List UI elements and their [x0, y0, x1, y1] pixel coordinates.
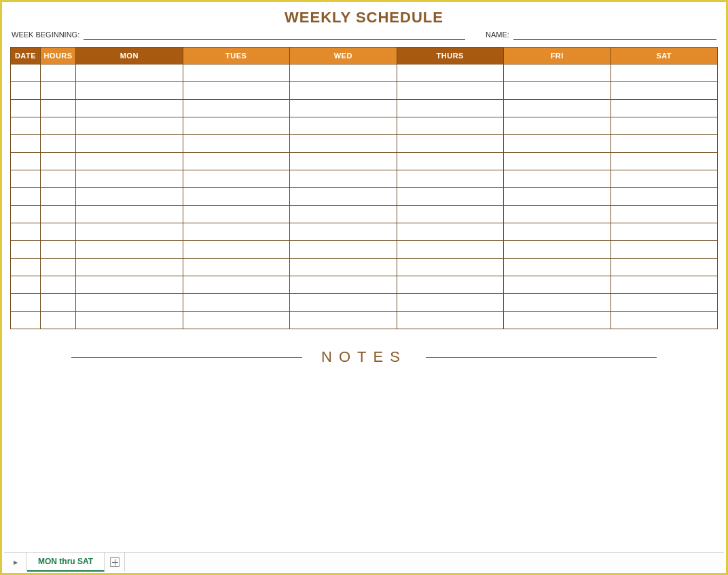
cell[interactable] [11, 170, 41, 188]
cell[interactable] [290, 82, 397, 100]
cell[interactable] [290, 117, 397, 135]
cell[interactable] [41, 188, 76, 206]
cell[interactable] [397, 294, 504, 312]
cell[interactable] [41, 259, 76, 276]
cell[interactable] [41, 135, 76, 153]
cell[interactable] [11, 241, 41, 259]
cell[interactable] [183, 259, 290, 276]
cell[interactable] [397, 170, 504, 188]
cell[interactable] [290, 206, 397, 223]
cell[interactable] [504, 223, 611, 241]
cell[interactable] [504, 153, 611, 170]
cell[interactable] [41, 117, 76, 135]
tab-scroll-button[interactable]: ▸ [4, 553, 27, 571]
cell[interactable] [11, 312, 41, 329]
cell[interactable] [290, 188, 397, 206]
cell[interactable] [41, 153, 76, 170]
cell[interactable] [41, 241, 76, 259]
cell[interactable] [41, 206, 76, 223]
cell[interactable] [11, 135, 41, 153]
cell[interactable] [290, 259, 397, 276]
cell[interactable] [11, 223, 41, 241]
cell[interactable] [397, 206, 504, 223]
cell[interactable] [76, 188, 183, 206]
cell[interactable] [41, 64, 76, 82]
cell[interactable] [611, 135, 718, 153]
cell[interactable] [504, 135, 611, 153]
cell[interactable] [11, 206, 41, 223]
cell[interactable] [504, 312, 611, 329]
cell[interactable] [183, 206, 290, 223]
cell[interactable] [76, 153, 183, 170]
cell[interactable] [11, 64, 41, 82]
cell[interactable] [76, 294, 183, 312]
cell[interactable] [41, 100, 76, 117]
cell[interactable] [611, 82, 718, 100]
cell[interactable] [290, 135, 397, 153]
cell[interactable] [611, 259, 718, 276]
cell[interactable] [504, 170, 611, 188]
cell[interactable] [397, 223, 504, 241]
cell[interactable] [183, 294, 290, 312]
cell[interactable] [11, 276, 41, 294]
cell[interactable] [41, 170, 76, 188]
cell[interactable] [11, 294, 41, 312]
cell[interactable] [183, 188, 290, 206]
cell[interactable] [183, 170, 290, 188]
cell[interactable] [397, 82, 504, 100]
cell[interactable] [504, 188, 611, 206]
cell[interactable] [290, 170, 397, 188]
cell[interactable] [183, 100, 290, 117]
name-input-line[interactable] [513, 31, 716, 40]
cell[interactable] [504, 206, 611, 223]
cell[interactable] [76, 135, 183, 153]
cell[interactable] [41, 294, 76, 312]
cell[interactable] [611, 206, 718, 223]
cell[interactable] [76, 206, 183, 223]
cell[interactable] [611, 153, 718, 170]
cell[interactable] [504, 276, 611, 294]
cell[interactable] [76, 64, 183, 82]
cell[interactable] [504, 294, 611, 312]
cell[interactable] [183, 312, 290, 329]
cell[interactable] [183, 241, 290, 259]
cell[interactable] [504, 117, 611, 135]
cell[interactable] [290, 312, 397, 329]
cell[interactable] [183, 135, 290, 153]
cell[interactable] [397, 312, 504, 329]
cell[interactable] [41, 276, 76, 294]
cell[interactable] [11, 188, 41, 206]
cell[interactable] [183, 153, 290, 170]
cell[interactable] [11, 100, 41, 117]
cell[interactable] [290, 153, 397, 170]
cell[interactable] [397, 276, 504, 294]
cell[interactable] [397, 100, 504, 117]
cell[interactable] [504, 82, 611, 100]
cell[interactable] [11, 259, 41, 276]
cell[interactable] [611, 294, 718, 312]
cell[interactable] [611, 188, 718, 206]
cell[interactable] [397, 188, 504, 206]
cell[interactable] [504, 64, 611, 82]
cell[interactable] [76, 259, 183, 276]
cell[interactable] [76, 117, 183, 135]
cell[interactable] [41, 82, 76, 100]
cell[interactable] [76, 276, 183, 294]
cell[interactable] [11, 153, 41, 170]
cell[interactable] [504, 259, 611, 276]
cell[interactable] [397, 64, 504, 82]
cell[interactable] [290, 294, 397, 312]
cell[interactable] [611, 117, 718, 135]
cell[interactable] [76, 241, 183, 259]
cell[interactable] [397, 135, 504, 153]
cell[interactable] [611, 64, 718, 82]
cell[interactable] [611, 312, 718, 329]
cell[interactable] [41, 312, 76, 329]
cell[interactable] [504, 100, 611, 117]
cell[interactable] [76, 312, 183, 329]
sheet-tab-active[interactable]: MON thru SAT [27, 553, 105, 572]
cell[interactable] [397, 259, 504, 276]
week-beginning-input-line[interactable] [84, 31, 465, 40]
cell[interactable] [11, 82, 41, 100]
cell[interactable] [183, 223, 290, 241]
